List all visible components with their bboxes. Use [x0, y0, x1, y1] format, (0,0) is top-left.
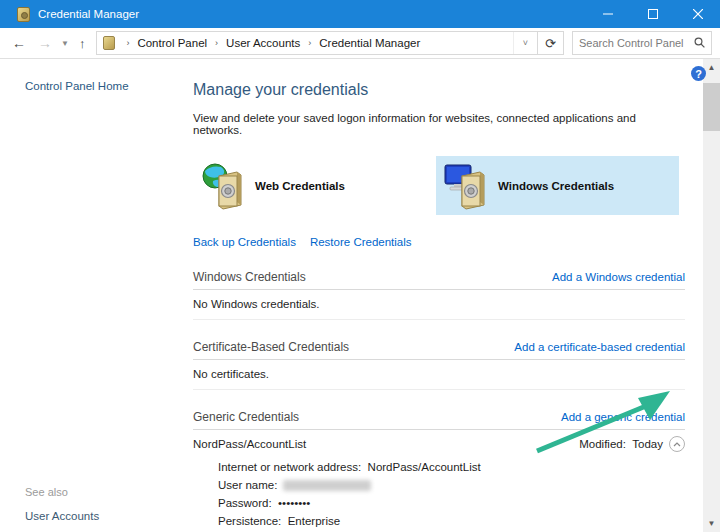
- back-button[interactable]: ←: [6, 35, 32, 51]
- search-input[interactable]: [579, 37, 694, 49]
- vertical-scrollbar[interactable]: ▲ ▼: [703, 59, 720, 532]
- address-value: NordPass/AccountList: [368, 461, 481, 473]
- scroll-down-icon[interactable]: ▼: [703, 515, 720, 532]
- persistence-label: Persistence:: [218, 515, 281, 527]
- scrollbar-thumb[interactable]: [703, 83, 720, 131]
- up-button[interactable]: ↑: [72, 36, 93, 51]
- refresh-button[interactable]: ⟳: [538, 31, 564, 55]
- search-box[interactable]: [572, 31, 712, 55]
- password-masked: ••••••••: [278, 497, 310, 509]
- windows-credentials-icon: [442, 161, 492, 211]
- windows-credentials-label: Windows Credentials: [498, 180, 614, 192]
- section-title-windows-credentials: Windows Credentials: [193, 270, 306, 284]
- credential-name: NordPass/AccountList: [193, 438, 306, 450]
- modified-value: Today: [632, 438, 663, 450]
- minimize-button[interactable]: [585, 0, 630, 28]
- breadcrumb-separator: ›: [209, 38, 224, 48]
- search-icon[interactable]: [694, 34, 705, 52]
- breadcrumb[interactable]: › Control Panel › User Accounts › Creden…: [96, 31, 538, 55]
- app-icon: [17, 7, 30, 22]
- chevron-up-icon: [673, 442, 681, 447]
- main-panel: Manage your credentials View and delete …: [180, 59, 703, 532]
- sidebar-item-user-accounts[interactable]: User Accounts: [25, 510, 180, 522]
- web-credentials-label: Web Credentials: [255, 180, 345, 192]
- navigation-bar: ← → ▼ ↑ › Control Panel › User Accounts …: [0, 28, 720, 59]
- credential-row-accountlist[interactable]: NordPass/AccountList Modified: Today: [193, 430, 685, 458]
- password-label: Password:: [218, 497, 272, 509]
- maximize-button[interactable]: [630, 0, 675, 28]
- certificates-empty-text: No certificates.: [193, 360, 685, 390]
- close-icon: [693, 9, 703, 19]
- web-credentials-icon: [199, 161, 249, 211]
- page-description: View and delete your saved logon informa…: [193, 112, 685, 136]
- sidebar-item-control-panel-home[interactable]: Control Panel Home: [25, 80, 180, 92]
- breadcrumb-separator: ›: [120, 38, 135, 48]
- maximize-icon: [648, 9, 658, 19]
- close-button[interactable]: [675, 0, 720, 28]
- credential-manager-window: Credential Manager ← → ▼ ↑ › Control Pan…: [0, 0, 720, 532]
- breadcrumb-item-credential-manager[interactable]: Credential Manager: [317, 37, 422, 49]
- breadcrumb-separator: ›: [302, 38, 317, 48]
- address-label: Internet or network address:: [218, 461, 361, 473]
- credential-details: Internet or network address: NordPass/Ac…: [193, 458, 685, 532]
- page-title: Manage your credentials: [193, 81, 685, 99]
- sidebar: Control Panel Home See also User Account…: [0, 59, 180, 532]
- username-value-redacted: [283, 480, 371, 491]
- windows-credentials-empty-text: No Windows credentials.: [193, 290, 685, 320]
- breadcrumb-item-user-accounts[interactable]: User Accounts: [224, 37, 302, 49]
- collapse-button[interactable]: [669, 436, 685, 452]
- restore-credentials-link[interactable]: Restore Credentials: [310, 236, 412, 248]
- section-title-generic-credentials: Generic Credentials: [193, 410, 299, 424]
- add-generic-credential-link[interactable]: Add a generic credential: [561, 411, 685, 423]
- username-label: User name:: [218, 479, 277, 491]
- history-dropdown-icon[interactable]: ▼: [58, 39, 72, 48]
- forward-button[interactable]: →: [32, 35, 58, 51]
- section-title-certificate-credentials: Certificate-Based Credentials: [193, 340, 349, 354]
- breadcrumb-item-control-panel[interactable]: Control Panel: [135, 37, 209, 49]
- help-icon[interactable]: ?: [691, 66, 706, 81]
- tab-web-credentials[interactable]: Web Credentials: [193, 156, 436, 215]
- minimize-icon: [603, 9, 613, 19]
- add-certificate-credential-link[interactable]: Add a certificate-based credential: [514, 341, 685, 353]
- backup-credentials-link[interactable]: Back up Credentials: [193, 236, 296, 248]
- see-also-label: See also: [25, 486, 180, 498]
- tab-windows-credentials[interactable]: Windows Credentials: [436, 156, 679, 215]
- breadcrumb-dropdown-icon[interactable]: ˅: [513, 32, 537, 54]
- title-bar: Credential Manager: [0, 0, 720, 28]
- add-windows-credential-link[interactable]: Add a Windows credential: [552, 271, 685, 283]
- window-title: Credential Manager: [38, 8, 139, 20]
- breadcrumb-app-icon: [103, 36, 115, 50]
- persistence-value: Enterprise: [288, 515, 340, 527]
- modified-label: Modified:: [579, 438, 626, 450]
